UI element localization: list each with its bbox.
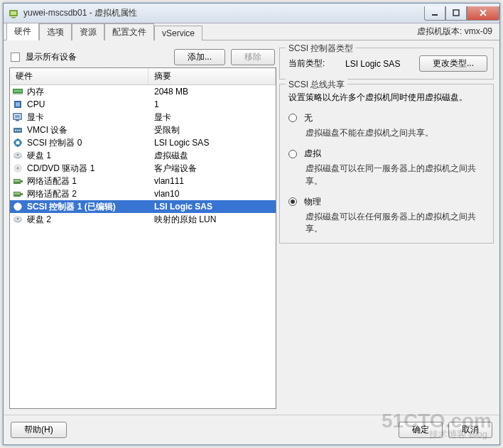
hardware-summary: LSI Logic SAS xyxy=(148,202,276,212)
scsi-icon xyxy=(10,202,26,212)
vmci-icon xyxy=(10,125,26,135)
radio-label: 虚拟 xyxy=(304,148,321,160)
radio-label: 无 xyxy=(304,112,313,124)
hardware-summary: 虚拟磁盘 xyxy=(148,150,276,162)
vm-icon xyxy=(8,8,19,19)
radio-label: 物理 xyxy=(304,196,321,208)
hardware-summary: 受限制 xyxy=(148,124,276,136)
svg-rect-8 xyxy=(16,102,20,106)
radio-desc: 虚拟磁盘可以在同一服务器上的虚拟机之间共享。 xyxy=(288,163,487,187)
hardware-row[interactable]: SCSI 控制器 1 (已编辑)LSI Logic SAS xyxy=(10,200,276,213)
radio-1[interactable] xyxy=(288,150,297,158)
vm-properties-window: yuwei-mscsdb01 - 虚拟机属性 硬件 选项 资源 配置文件 vSe… xyxy=(3,3,500,445)
show-all-label: 显示所有设备 xyxy=(26,51,77,63)
change-type-button[interactable]: 更改类型... xyxy=(419,55,487,72)
hardware-list: 硬件 摘要 内存2048 MBCPU1显卡显卡VMCI 设备受限制SCSI 控制… xyxy=(9,67,276,409)
radio-desc: 虚拟磁盘不能在虚拟机之间共享。 xyxy=(288,127,487,139)
hardware-list-body[interactable]: 内存2048 MBCPU1显卡显卡VMCI 设备受限制SCSI 控制器 0LSI… xyxy=(10,85,276,408)
svg-point-20 xyxy=(17,154,18,155)
hardware-summary: vlan111 xyxy=(148,176,276,186)
scsi-bus-sharing-box: SCSI 总线共享 设置策略以允许多个虚拟机同时使用虚拟磁盘。 无虚拟磁盘不能在… xyxy=(279,84,494,244)
disk-icon xyxy=(10,214,26,224)
svg-rect-2 xyxy=(11,17,16,18)
tab-vservice[interactable]: vService xyxy=(154,26,202,40)
hardware-row[interactable]: 内存2048 MB xyxy=(10,85,276,98)
nic-icon xyxy=(10,189,26,199)
hardware-name: 内存 xyxy=(26,86,148,98)
window-buttons xyxy=(424,6,499,21)
svg-point-17 xyxy=(16,141,20,145)
svg-point-14 xyxy=(17,130,18,131)
tab-options[interactable]: 选项 xyxy=(39,23,72,40)
hardware-row[interactable]: 网络适配器 1vlan111 xyxy=(10,175,276,187)
hardware-name: 网络适配器 2 xyxy=(26,188,148,200)
hardware-summary: vlan10 xyxy=(148,189,276,199)
svg-point-23 xyxy=(17,168,19,170)
hardware-name: 显卡 xyxy=(26,111,148,124)
svg-rect-28 xyxy=(14,192,20,195)
svg-rect-3 xyxy=(432,14,438,16)
col-hardware[interactable]: 硬件 xyxy=(10,68,148,84)
hardware-name: CPU xyxy=(26,99,148,109)
svg-rect-10 xyxy=(15,115,20,118)
sharing-radio-group: 无虚拟磁盘不能在虚拟机之间共享。虚拟虚拟磁盘可以在同一服务器上的虚拟机之间共享。… xyxy=(288,112,487,236)
add-button[interactable]: 添加... xyxy=(174,49,225,65)
tab-profiles[interactable]: 配置文件 xyxy=(104,23,154,40)
hardware-row[interactable]: 网络适配器 2vlan10 xyxy=(10,187,276,200)
hardware-list-header: 硬件 摘要 xyxy=(10,68,276,85)
show-all-checkbox[interactable] xyxy=(11,53,20,62)
vm-version-label: 虚拟机版本: vmx-09 xyxy=(417,26,492,40)
hardware-summary: 1 xyxy=(148,99,276,109)
hardware-name: 网络适配器 1 xyxy=(26,175,148,187)
radio-0[interactable] xyxy=(288,114,297,122)
svg-rect-11 xyxy=(16,120,19,121)
maximize-button[interactable] xyxy=(445,6,467,21)
svg-point-34 xyxy=(17,218,18,219)
ok-button[interactable]: 确定 xyxy=(399,422,443,438)
svg-rect-29 xyxy=(21,193,23,195)
scsi-controller-type-box: SCSI 控制器类型 当前类型: LSI Logic SAS 更改类型... xyxy=(279,48,494,80)
cpu-icon xyxy=(10,99,26,109)
tab-hardware[interactable]: 硬件 xyxy=(6,23,39,40)
hardware-row[interactable]: VMCI 设备受限制 xyxy=(10,124,276,136)
remove-button[interactable]: 移除 xyxy=(231,49,275,65)
current-type-value: LSI Logic SAS xyxy=(345,59,409,69)
hardware-summary: 客户端设备 xyxy=(148,163,276,175)
hardware-name: SCSI 控制器 0 xyxy=(26,137,148,149)
sharing-policy-text: 设置策略以允许多个虚拟机同时使用虚拟磁盘。 xyxy=(288,92,487,104)
svg-point-31 xyxy=(16,205,20,209)
svg-rect-26 xyxy=(21,180,23,182)
minimize-button[interactable] xyxy=(424,6,445,21)
hardware-row[interactable]: CD/DVD 驱动器 1客户端设备 xyxy=(10,162,276,175)
radio-2[interactable] xyxy=(288,197,297,206)
hardware-row[interactable]: 显卡显卡 xyxy=(10,111,276,124)
svg-point-13 xyxy=(15,130,16,131)
group-title: SCSI 总线共享 xyxy=(286,79,347,91)
hardware-summary: LSI Logic SAS xyxy=(148,138,276,148)
content-area: 显示所有设备 添加... 移除 硬件 摘要 内存2048 MBCPU1显卡显卡V… xyxy=(4,40,499,415)
right-panel: SCSI 控制器类型 当前类型: LSI Logic SAS 更改类型... S… xyxy=(279,46,494,409)
window-title: yuwei-mscsdb01 - 虚拟机属性 xyxy=(23,7,424,19)
titlebar: yuwei-mscsdb01 - 虚拟机属性 xyxy=(4,4,499,23)
current-type-label: 当前类型: xyxy=(288,58,335,70)
group-title: SCSI 控制器类型 xyxy=(286,43,356,55)
svg-point-15 xyxy=(19,130,21,131)
tab-resources[interactable]: 资源 xyxy=(72,23,104,40)
close-button[interactable] xyxy=(467,6,499,21)
hardware-summary: 映射的原始 LUN xyxy=(148,214,276,226)
hardware-row[interactable]: 硬盘 2映射的原始 LUN xyxy=(10,213,276,226)
hardware-summary: 显卡 xyxy=(148,111,276,124)
radio-desc: 虚拟磁盘可以在任何服务器上的虚拟机之间共享。 xyxy=(288,211,487,236)
hardware-name: 硬盘 1 xyxy=(26,150,148,162)
col-summary[interactable]: 摘要 xyxy=(148,68,276,84)
cd-icon xyxy=(10,163,26,173)
left-panel: 显示所有设备 添加... 移除 硬件 摘要 内存2048 MBCPU1显卡显卡V… xyxy=(9,46,276,409)
svg-rect-25 xyxy=(14,180,20,182)
help-button[interactable]: 帮助(H) xyxy=(11,422,67,438)
memory-icon xyxy=(10,87,26,97)
hardware-name: SCSI 控制器 1 (已编辑) xyxy=(26,201,148,213)
hardware-row[interactable]: CPU1 xyxy=(10,98,276,111)
hardware-row[interactable]: SCSI 控制器 0LSI Logic SAS xyxy=(10,136,276,149)
hardware-row[interactable]: 硬盘 1虚拟磁盘 xyxy=(10,149,276,162)
cancel-button[interactable]: 取消 xyxy=(448,422,492,438)
